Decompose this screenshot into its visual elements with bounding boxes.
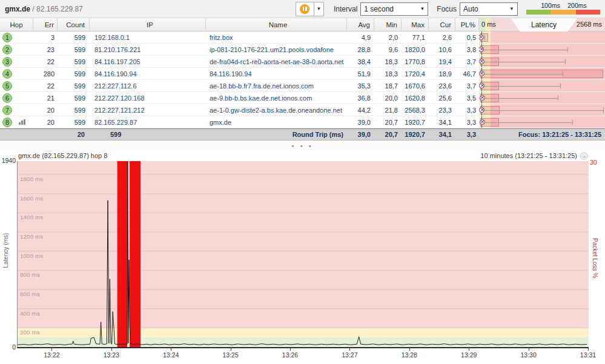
svg-text:1800 ms: 1800 ms [20,176,43,182]
time-axis-label: 13:25 [222,351,238,359]
legend-green-segment [526,10,550,15]
summary-label: Round Trip (ms) [127,129,347,140]
err-cell: 20 [33,116,58,128]
cur-cell: 18,9 [429,68,455,79]
header-ip[interactable]: IP [90,18,206,31]
err-cell: 20 [33,104,58,116]
header-max[interactable]: Max [402,18,429,31]
header-cur[interactable]: Cur [429,18,455,31]
max-cell: 1820,0 [402,44,429,55]
table-row[interactable]: 522599212.227.112.6ae-18.bb-b.fr7.fra.de… [0,80,605,92]
pause-button[interactable] [296,2,314,16]
hop-number-badge: 7 [2,105,12,115]
err-cell: 21 [33,92,58,104]
cur-cell: 25,6 [429,92,455,104]
latency-scale-legend: 100ms 200ms [526,2,600,16]
min-cell: 18,3 [374,56,402,67]
latency-header-shape: Latency [511,18,577,31]
name-cell: ae-18.bb-b.fr7.fra.de.net.ionos.com [206,80,347,91]
pause-icon [300,4,309,14]
hop-cell: 3 [0,56,33,67]
cur-cell: 10,6 [429,44,455,55]
min-cell: 2,0 [374,31,402,43]
header-err[interactable]: Err [33,18,58,31]
time-axis-label: 13:27 [342,351,357,359]
target-host: gmx.de [5,5,30,13]
svg-text:600 ms: 600 ms [20,291,40,297]
max-cell: 2568,3 [402,104,429,116]
table-row[interactable]: 720599212.227.121.212ae-1-0.gw-diste2-a.… [0,104,605,116]
pl-cell: 3,3 [455,116,479,128]
target-title: gmx.de / 82.165.229.87 [5,5,296,13]
interval-select[interactable]: 1 second▼ [360,2,428,16]
latency-max-whisker [484,122,572,123]
time-axis-tick [529,348,529,351]
min-cell: 20,0 [374,92,402,104]
summary-err: 20 [0,129,90,140]
min-cell: 20,7 [374,116,402,128]
pl-cell: 0,5 [455,31,479,43]
err-cell: 23 [33,44,58,55]
y-axis-title: Latency (ms) [2,223,9,278]
latency-graph-cell[interactable] [479,80,605,91]
timeline-plot[interactable]: 1800 ms1600 ms1400 ms1200 ms1000 ms800 m… [17,161,589,348]
table-row[interactable]: 82059982.165.229.87gmx.de39,020,71920,73… [0,116,605,128]
max-cell: 1720,4 [402,68,429,79]
time-axis-tick [231,348,231,351]
count-cell: 599 [58,80,90,91]
latency-graph-cell[interactable] [479,92,605,104]
time-axis-tick [171,348,171,351]
latency-max-tick [572,120,573,125]
latency-graph-cell[interactable] [479,68,605,79]
time-axis-tick [51,348,52,351]
header-count[interactable]: Count [58,18,90,31]
latency-max-tick [558,96,558,101]
time-axis-label: 13:24 [163,351,179,359]
err-cell: 22 [33,80,58,91]
latency-max-whisker [484,98,558,99]
latency-graph-cell[interactable] [479,56,605,67]
latency-header-label: Latency [531,21,557,29]
err-cell: 280 [33,68,58,79]
header-name[interactable]: Name [206,18,347,31]
cur-cell: 2,6 [429,31,455,43]
min-cell: 18,3 [374,68,402,79]
table-row[interactable]: 428059984.116.190.9484.116.190.9451,918,… [0,68,605,80]
svg-text:400 ms: 400 ms [20,310,40,317]
trace-control-group: ▼ [296,2,324,16]
name-cell: de-fra04d-rc1-re0-aorta-net-ae-38-0.aort… [206,56,347,67]
latency-graph-cell[interactable] [479,104,605,116]
time-axis-label: 13:28 [402,351,417,359]
header-min[interactable]: Min [374,18,402,31]
header-pl[interactable]: PL% [455,18,479,31]
hop-cell: 4 [0,68,33,79]
avg-cell: 44,2 [347,104,374,116]
table-row[interactable]: 22359981.210.176.221ip-081-210-176-221.u… [0,44,605,56]
latency-graph-cell[interactable] [479,31,605,43]
toolbar: gmx.de / 82.165.229.87 ▼ Interval 1 seco… [0,0,605,18]
header-hop[interactable]: Hop [0,18,33,31]
table-row[interactable]: 32259984.116.197.205de-fra04d-rc1-re0-ao… [0,56,605,68]
current-latency-marker [479,71,484,76]
pause-menu-button[interactable]: ▼ [314,2,324,16]
summary-count: 599 [90,129,127,140]
latency-graph-cell[interactable] [479,116,605,128]
header-avg[interactable]: Avg [347,18,374,31]
graph-range-dropdown-icon[interactable]: ⌄ [580,152,588,160]
table-row[interactable]: 13599192.168.0.1fritz.box4,92,077,12,60,… [0,31,605,44]
latency-graph-cell[interactable] [479,44,605,55]
table-row[interactable]: 621599212.227.120.168ae-9.bb-b.bs.kae.de… [0,92,605,104]
latency-max-tick [603,108,604,113]
panel-splitter[interactable]: ● ● ● [0,141,605,150]
summary-max: 1920,7 [402,129,429,140]
graph-range-label[interactable]: 10 minutes (13:21:25 - 13:31:25) [480,152,577,159]
hop-number-badge: 4 [2,69,12,79]
name-cell: fritz.box [206,31,347,43]
ip-cell: 84.116.197.205 [90,56,206,67]
header-latency[interactable]: 0 ms Latency 2568 ms [479,18,605,31]
focus-select[interactable]: Auto▼ [460,2,518,16]
latency-max-tick [565,59,566,64]
avg-cell: 35,3 [347,80,374,91]
splitter-grip-dots: ● ● ● [291,144,314,148]
name-cell: gmx.de [206,116,347,128]
